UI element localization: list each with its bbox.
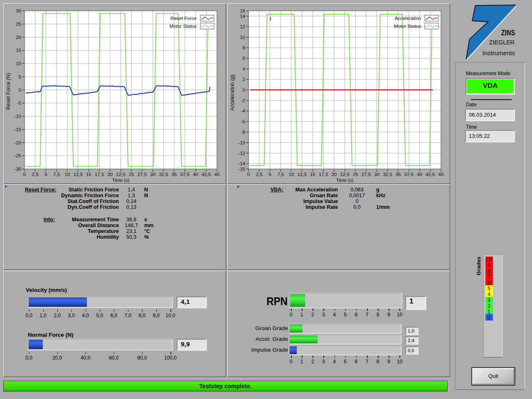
svg-text:0: 0 [23, 172, 26, 177]
svg-text:0: 0 [243, 88, 245, 93]
svg-text:32,5: 32,5 [383, 172, 392, 177]
svg-text:37,5: 37,5 [404, 172, 414, 177]
svg-text:15: 15 [310, 172, 315, 177]
svg-text:-2: -2 [241, 98, 245, 103]
svg-text:15: 15 [86, 172, 91, 177]
svg-text:10: 10 [289, 172, 294, 177]
svg-text:20: 20 [107, 172, 113, 177]
svg-text:5: 5 [268, 172, 271, 177]
svg-text:10: 10 [240, 35, 245, 40]
svg-text:Acceleration (g): Acceleration (g) [229, 74, 235, 111]
svg-text:42,5: 42,5 [426, 172, 435, 177]
svg-text:Time (s): Time (s) [112, 178, 130, 183]
svg-text:Motor Status: Motor Status [170, 24, 197, 29]
svg-text:7,5: 7,5 [277, 172, 284, 177]
svg-text:37,5: 37,5 [180, 172, 190, 177]
svg-text:-10: -10 [14, 114, 21, 119]
svg-text:-12: -12 [238, 151, 245, 156]
svg-text:-5: -5 [17, 100, 21, 105]
svg-text:42,5: 42,5 [202, 172, 211, 177]
svg-text:10: 10 [16, 61, 21, 66]
svg-text:45: 45 [214, 172, 220, 177]
svg-text:35: 35 [396, 172, 401, 177]
svg-text:6: 6 [243, 56, 245, 61]
svg-text:15: 15 [16, 48, 21, 53]
svg-text:12,5: 12,5 [297, 172, 306, 177]
svg-text:Motor Status: Motor Status [394, 24, 421, 29]
svg-text:Instruments: Instruments [483, 49, 515, 56]
svg-text:10: 10 [65, 172, 70, 177]
svg-text:20: 20 [331, 172, 337, 177]
svg-text:2: 2 [243, 77, 245, 82]
svg-text:17,5: 17,5 [319, 172, 328, 177]
svg-text:14: 14 [240, 14, 245, 19]
svg-text:12: 12 [240, 24, 245, 29]
svg-text:-8: -8 [241, 130, 245, 135]
svg-text:-14: -14 [238, 161, 245, 166]
svg-text:-20: -20 [14, 140, 21, 145]
svg-text:27,5: 27,5 [362, 172, 371, 177]
svg-text:-4: -4 [241, 108, 246, 113]
svg-text:12,5: 12,5 [73, 172, 82, 177]
svg-text:45: 45 [438, 172, 444, 177]
svg-text:40: 40 [193, 172, 198, 177]
svg-text:0: 0 [19, 88, 21, 93]
svg-text:-6: -6 [241, 119, 245, 124]
svg-text:22,5: 22,5 [340, 172, 349, 177]
svg-text:35: 35 [172, 172, 177, 177]
svg-text:25: 25 [16, 22, 21, 27]
svg-text:40: 40 [417, 172, 422, 177]
svg-text:15: 15 [240, 8, 245, 13]
svg-text:30: 30 [374, 172, 379, 177]
svg-text:32,5: 32,5 [159, 172, 168, 177]
svg-text:22,5: 22,5 [116, 172, 125, 177]
svg-text:Reset Force: Reset Force [170, 16, 197, 21]
svg-text:2,5: 2,5 [32, 172, 39, 177]
svg-text:30: 30 [16, 8, 21, 13]
svg-text:ZINS: ZINS [501, 29, 515, 37]
svg-text:-15: -15 [238, 166, 245, 171]
svg-text:5: 5 [44, 172, 47, 177]
svg-text:-30: -30 [14, 166, 21, 171]
svg-text:8: 8 [243, 45, 245, 50]
svg-text:25: 25 [129, 172, 134, 177]
svg-text:Reset Force (N): Reset Force (N) [5, 73, 11, 110]
svg-text:-15: -15 [14, 127, 21, 132]
svg-text:-25: -25 [14, 153, 21, 158]
svg-text:7,5: 7,5 [53, 172, 60, 177]
svg-text:25: 25 [353, 172, 358, 177]
svg-text:27,5: 27,5 [138, 172, 147, 177]
svg-text:-10: -10 [238, 140, 245, 145]
svg-text:0: 0 [247, 172, 250, 177]
svg-text:20: 20 [16, 35, 21, 40]
svg-text:Acceleration: Acceleration [395, 16, 421, 21]
svg-text:4: 4 [243, 66, 246, 71]
svg-text:17,5: 17,5 [95, 172, 104, 177]
svg-text:2,5: 2,5 [256, 172, 263, 177]
svg-text:30: 30 [150, 172, 155, 177]
svg-text:ZIEGLER: ZIEGLER [489, 39, 515, 46]
svg-text:5: 5 [19, 74, 21, 79]
svg-text:Time (s): Time (s) [336, 178, 354, 183]
